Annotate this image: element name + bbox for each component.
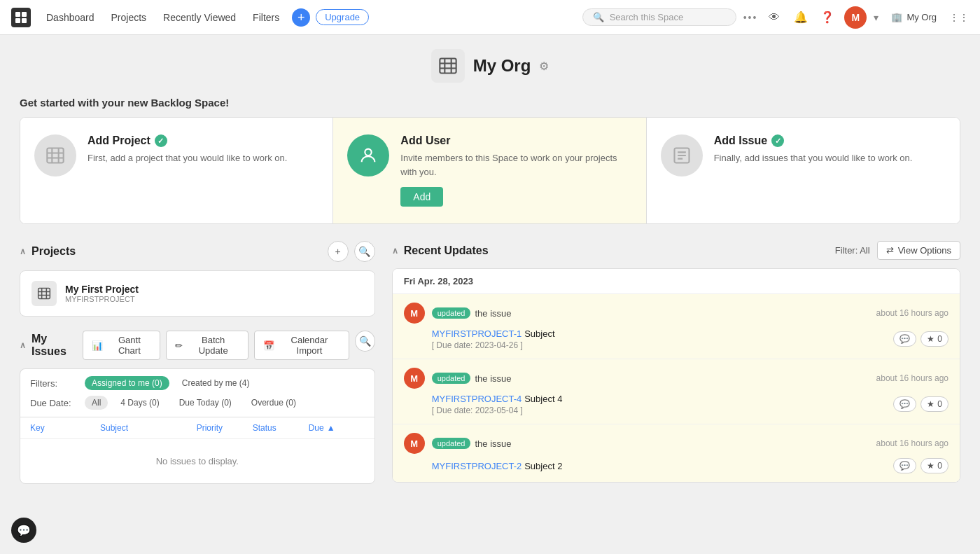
update-badge-1: updated	[432, 373, 471, 384]
update-text-1: the issue	[475, 373, 511, 384]
add-project-button[interactable]: +	[328, 241, 349, 262]
add-user-button[interactable]: Add	[400, 187, 443, 207]
grid-menu-icon[interactable]: ⋮⋮	[949, 8, 969, 27]
right-column: ∧ Recent Updates Filter: All ⇄ View Opti…	[392, 241, 960, 484]
update-star-btn-2[interactable]: ★ 0	[920, 458, 948, 473]
updates-date: Fri Apr. 28, 2023	[393, 269, 960, 294]
projects-section-title: ∧ Projects	[20, 245, 76, 258]
main-content: My Org ⚙ Get started with your new Backl…	[0, 35, 980, 554]
nav-filters[interactable]: Filters	[246, 9, 286, 26]
gantt-chart-button[interactable]: 📊 Gantt Chart	[83, 331, 160, 360]
view-options-icon: ⇄	[886, 245, 894, 256]
nav-dashboard[interactable]: Dashboard	[39, 9, 102, 26]
add-issue-desc: Finally, add issues that you would like …	[714, 151, 913, 165]
projects-chevron-icon[interactable]: ∧	[20, 247, 26, 256]
watch-icon[interactable]: 👁	[764, 8, 784, 27]
search-issues-button[interactable]: 🔍	[355, 331, 375, 352]
update-action-0: updated the issue	[432, 307, 869, 319]
bell-icon[interactable]: 🔔	[791, 8, 811, 27]
nav-recently-viewed[interactable]: Recently Viewed	[156, 9, 243, 26]
getting-started-label: Get started with your new Backlog Space!	[20, 97, 960, 109]
col-subject[interactable]: Subject	[100, 423, 197, 433]
due-overdue-filter[interactable]: Overdue (0)	[244, 396, 303, 410]
star-count-1: 0	[937, 399, 942, 409]
projects-section-header: ∧ Projects + 🔍	[20, 241, 375, 262]
update-avatar-2: M	[404, 433, 425, 454]
my-issues-section: ∧ My Issues 📊 Gantt Chart ✏ Batch Update	[20, 331, 375, 484]
help-icon[interactable]: ❓	[818, 8, 837, 27]
update-avatar-0: M	[404, 303, 425, 324]
org-settings-icon[interactable]: ⚙	[539, 60, 549, 73]
svg-rect-1	[22, 12, 27, 17]
add-issue-content: Add Issue ✓ Finally, add issues that you…	[714, 134, 913, 174]
upgrade-button[interactable]: Upgrade	[316, 9, 369, 25]
update-detail-2: MYFIRSTPROJECT-2 Subject 2 💬 ★ 0	[432, 458, 948, 473]
due-all-filter[interactable]: All	[85, 396, 108, 410]
project-key: MYFIRSTPROJECT	[65, 295, 139, 303]
top-navigation: Dashboard Projects Recently Viewed Filte…	[0, 0, 980, 35]
update-due-date-1: [ Due date: 2023-05-04 ]	[432, 406, 563, 415]
issues-empty: No issues to display.	[20, 439, 374, 483]
col-priority[interactable]: Priority	[197, 423, 253, 433]
due-today-filter[interactable]: Due Today (0)	[172, 396, 239, 410]
add-button[interactable]: +	[292, 8, 310, 27]
search-bar[interactable]: 🔍 Search this Space	[582, 8, 736, 26]
update-comment-btn-1[interactable]: 💬	[893, 396, 916, 412]
chat-button[interactable]: 💬	[11, 518, 36, 543]
more-options-button[interactable]: •••	[743, 12, 758, 23]
update-action-2: updated the issue	[432, 438, 869, 449]
update-detail-0: MYFIRSTPROJECT-1 Subject [ Due date: 202…	[432, 328, 948, 350]
update-issue-link-0[interactable]: MYFIRSTPROJECT-1	[432, 328, 522, 339]
recent-updates-chevron-icon[interactable]: ∧	[392, 246, 398, 256]
avatar-dropdown-icon[interactable]: ▾	[874, 12, 878, 23]
update-item-2: M updated the issue about 16 hours ago M…	[393, 424, 960, 482]
col-due[interactable]: Due ▲	[309, 423, 365, 433]
add-project-title: Add Project ✓	[88, 134, 287, 147]
updates-list: M updated the issue about 16 hours ago M…	[393, 294, 960, 482]
update-top-1: M updated the issue about 16 hours ago	[404, 368, 948, 389]
update-avatar-1: M	[404, 368, 425, 389]
nav-projects[interactable]: Projects	[104, 9, 154, 26]
issues-table: Key Subject Priority Status Due ▲ No iss…	[20, 417, 375, 484]
user-avatar[interactable]: M	[844, 6, 867, 29]
add-project-card[interactable]: Add Project ✓ First, add a project that …	[20, 118, 333, 223]
app-logo[interactable]	[11, 8, 31, 27]
svg-rect-4	[440, 59, 456, 74]
due-4days-filter[interactable]: 4 Days (0)	[113, 396, 166, 410]
update-top-0: M updated the issue about 16 hours ago	[404, 303, 948, 324]
filter-assigned-to-me[interactable]: Assigned to me (0)	[85, 376, 169, 390]
update-star-btn-0[interactable]: ★ 0	[920, 331, 948, 347]
col-status[interactable]: Status	[253, 423, 309, 433]
calendar-import-button[interactable]: 📅 Calendar Import	[254, 331, 349, 360]
update-comment-btn-2[interactable]: 💬	[893, 458, 916, 473]
update-star-btn-1[interactable]: ★ 0	[920, 396, 948, 412]
add-issue-check: ✓	[771, 134, 784, 147]
my-issues-chevron-icon[interactable]: ∧	[20, 340, 26, 350]
update-detail-left-1: MYFIRSTPROJECT-4 Subject 4 [ Due date: 2…	[432, 393, 563, 415]
update-item-0: M updated the issue about 16 hours ago M…	[393, 294, 960, 359]
myorg-label: My Org	[906, 12, 937, 22]
add-issue-title: Add Issue ✓	[714, 134, 913, 147]
org-title: My Org	[473, 56, 531, 76]
star-icon-2: ★	[927, 461, 934, 471]
filters-area: Filters: Assigned to me (0) Created by m…	[20, 368, 375, 417]
view-options-button[interactable]: ⇄ View Options	[877, 241, 960, 260]
add-issue-card[interactable]: Add Issue ✓ Finally, add issues that you…	[647, 118, 960, 223]
filter-created-by-me[interactable]: Created by me (4)	[175, 376, 257, 390]
batch-update-button[interactable]: ✏ Batch Update	[166, 331, 248, 360]
update-issue-link-2[interactable]: MYFIRSTPROJECT-2	[432, 461, 522, 471]
batch-update-icon: ✏	[175, 340, 183, 351]
update-issue-link-1[interactable]: MYFIRSTPROJECT-4	[432, 394, 522, 404]
update-detail-left-0: MYFIRSTPROJECT-1 Subject [ Due date: 202…	[432, 328, 555, 350]
search-projects-button[interactable]: 🔍	[354, 241, 375, 262]
filter-all-label: Filter: All	[835, 245, 870, 256]
myorg-button[interactable]: 🏢 My Org	[886, 9, 942, 25]
add-project-content: Add Project ✓ First, add a project that …	[88, 134, 287, 174]
update-comment-btn-0[interactable]: 💬	[893, 331, 916, 347]
svg-rect-19	[38, 289, 50, 299]
search-placeholder: Search this Space	[610, 12, 684, 22]
project-card[interactable]: My First Project MYFIRSTPROJECT	[20, 270, 375, 317]
svg-rect-2	[15, 18, 20, 23]
update-issue-row-2: MYFIRSTPROJECT-2 Subject 2	[432, 460, 563, 471]
col-key[interactable]: Key	[30, 423, 100, 433]
